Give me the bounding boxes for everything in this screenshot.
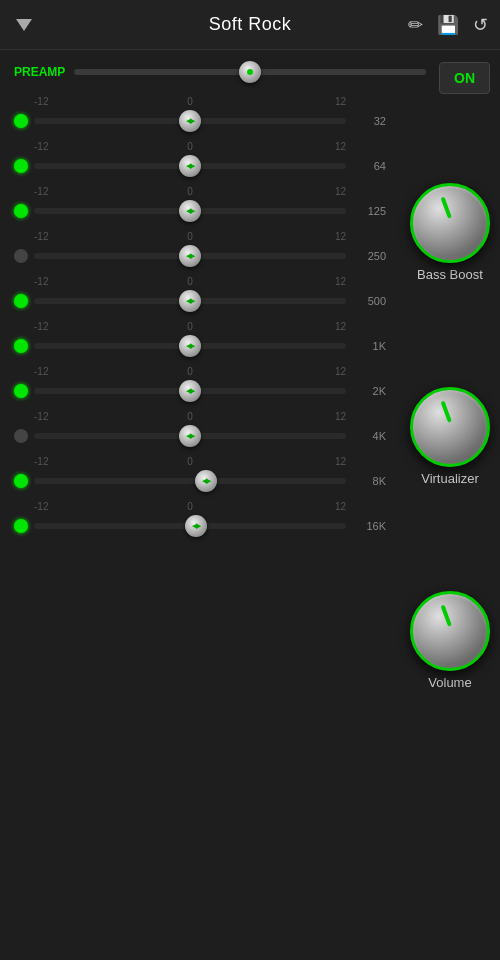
knob-section-volume[interactable]: Volume [410, 591, 490, 690]
preamp-slider-container[interactable] [74, 62, 426, 82]
freq-label-7: 4K [350, 430, 386, 442]
scale-row-5: -12 0 12 [0, 319, 400, 332]
on-button[interactable]: ON [439, 62, 490, 94]
eq-thumb-9[interactable] [185, 515, 207, 537]
preamp-track [74, 69, 426, 75]
eq-band-dot-6 [14, 384, 28, 398]
scale-row-9: -12 0 12 [0, 499, 400, 512]
scale-row-6: -12 0 12 [0, 364, 400, 377]
eq-band-dot-1 [14, 159, 28, 173]
triangle-icon [16, 19, 32, 31]
scale-right-0: 12 [242, 96, 346, 107]
scale-row-1: -12 0 12 [0, 139, 400, 152]
scale-row-4: -12 0 12 [0, 274, 400, 287]
eq-band-row-2: 125 [0, 197, 400, 229]
preset-title: Soft Rock [209, 14, 292, 35]
eq-slider-6[interactable] [34, 381, 346, 401]
knob-indicator [441, 605, 452, 627]
eq-thumb-8[interactable] [195, 470, 217, 492]
scale-right-1: 12 [242, 141, 346, 152]
knob-label-bass-boost: Bass Boost [417, 267, 483, 282]
scale-right-8: 12 [242, 456, 346, 467]
freq-label-2: 125 [350, 205, 386, 217]
scale-right-4: 12 [242, 276, 346, 287]
preamp-thumb[interactable] [239, 61, 261, 83]
scale-left-6: -12 [34, 366, 138, 377]
scale-left-7: -12 [34, 411, 138, 422]
scale-row-0: -12 0 12 [0, 94, 400, 107]
scale-left-3: -12 [34, 231, 138, 242]
eq-thumb-5[interactable] [179, 335, 201, 357]
freq-label-9: 16K [350, 520, 386, 532]
eq-band-dot-5 [14, 339, 28, 353]
scale-center-8: 0 [138, 456, 242, 467]
scale-right-6: 12 [242, 366, 346, 377]
eq-band-dot-9 [14, 519, 28, 533]
freq-label-6: 2K [350, 385, 386, 397]
freq-label-3: 250 [350, 250, 386, 262]
eq-band-row-4: 500 [0, 287, 400, 319]
scale-right-3: 12 [242, 231, 346, 242]
eq-thumb-0[interactable] [179, 110, 201, 132]
eq-slider-8[interactable] [34, 471, 346, 491]
eq-slider-2[interactable] [34, 201, 346, 221]
eq-band-dot-0 [14, 114, 28, 128]
eq-slider-4[interactable] [34, 291, 346, 311]
knob-section-bass-boost[interactable]: Bass Boost [410, 183, 490, 282]
scale-left-4: -12 [34, 276, 138, 287]
freq-label-8: 8K [350, 475, 386, 487]
reset-icon[interactable]: ↺ [473, 14, 488, 36]
eq-slider-9[interactable] [34, 516, 346, 536]
knobs-overlay: Bass Boost Virtualizer Volume [400, 94, 500, 774]
eq-thumb-1[interactable] [179, 155, 201, 177]
pencil-icon[interactable]: ✏ [408, 14, 423, 36]
scale-left-8: -12 [34, 456, 138, 467]
scale-row-7: -12 0 12 [0, 409, 400, 422]
scale-left-5: -12 [34, 321, 138, 332]
eq-band-row-5: 1K [0, 332, 400, 364]
header-actions: ✏ 💾 ↺ [408, 14, 488, 36]
scale-right-7: 12 [242, 411, 346, 422]
eq-band-row-3: 250 [0, 242, 400, 274]
scale-row-2: -12 0 12 [0, 184, 400, 197]
eq-band-row-0: 32 [0, 107, 400, 139]
eq-band-row-8: 8K [0, 467, 400, 499]
knob-volume[interactable] [410, 591, 490, 671]
knob-indicator [441, 197, 452, 219]
eq-container: -12 0 12 32 -12 0 12 64 -12 0 12 [0, 94, 500, 544]
knob-section-virtualizer[interactable]: Virtualizer [410, 387, 490, 486]
eq-thumb-7[interactable] [179, 425, 201, 447]
scale-left-2: -12 [34, 186, 138, 197]
scale-row-8: -12 0 12 [0, 454, 400, 467]
eq-band-dot-8 [14, 474, 28, 488]
save-icon[interactable]: 💾 [437, 14, 459, 36]
eq-band-row-7: 4K [0, 422, 400, 454]
eq-thumb-2[interactable] [179, 200, 201, 222]
eq-slider-1[interactable] [34, 156, 346, 176]
knob-label-virtualizer: Virtualizer [421, 471, 479, 486]
eq-band-dot-4 [14, 294, 28, 308]
knob-virtualizer[interactable] [410, 387, 490, 467]
scale-left-1: -12 [34, 141, 138, 152]
eq-slider-7[interactable] [34, 426, 346, 446]
eq-band-row-9: 16K [0, 512, 400, 544]
eq-band-dot-3 [14, 249, 28, 263]
freq-label-0: 32 [350, 115, 386, 127]
knob-bass-boost[interactable] [410, 183, 490, 263]
eq-band-dot-2 [14, 204, 28, 218]
eq-thumb-4[interactable] [179, 290, 201, 312]
eq-slider-0[interactable] [34, 111, 346, 131]
scale-center-4: 0 [138, 276, 242, 287]
eq-slider-5[interactable] [34, 336, 346, 356]
knob-label-volume: Volume [428, 675, 471, 690]
scale-right-9: 12 [242, 501, 346, 512]
freq-label-5: 1K [350, 340, 386, 352]
eq-thumb-3[interactable] [179, 245, 201, 267]
scale-left-0: -12 [34, 96, 138, 107]
scale-row-3: -12 0 12 [0, 229, 400, 242]
scale-left-9: -12 [34, 501, 138, 512]
eq-slider-3[interactable] [34, 246, 346, 266]
scale-center-3: 0 [138, 231, 242, 242]
scale-center-7: 0 [138, 411, 242, 422]
eq-thumb-6[interactable] [179, 380, 201, 402]
